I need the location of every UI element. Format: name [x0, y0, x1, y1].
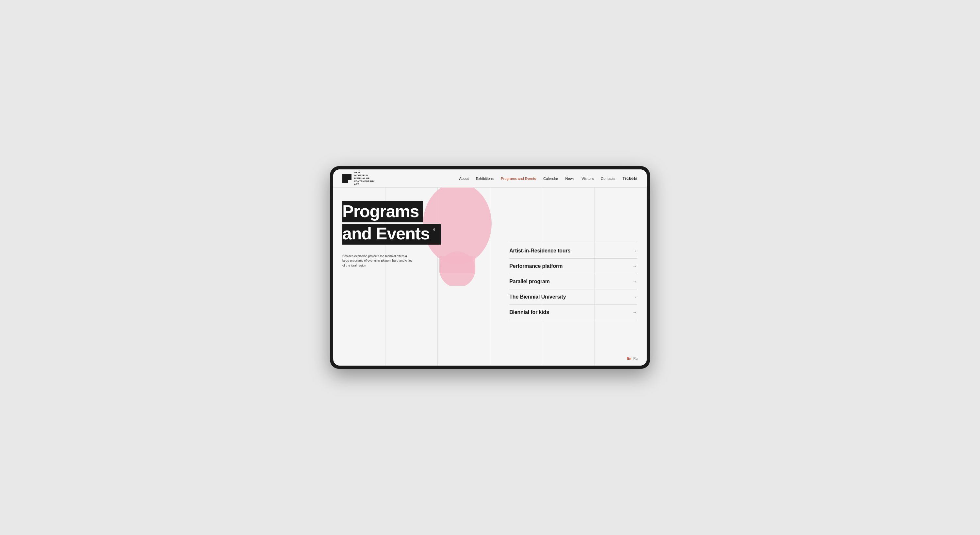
nav-programs-events[interactable]: Programs and Events [501, 177, 536, 180]
program-item-1[interactable]: Performance platform → [509, 259, 637, 274]
nav-visitors[interactable]: Visitors [582, 177, 594, 180]
arrow-icon-3: → [632, 294, 637, 300]
nav-links: About Exhibitions Programs and Events Ca… [459, 176, 638, 181]
program-name-2: Parallel program [509, 279, 550, 284]
program-item-3[interactable]: The Biennial University → [509, 289, 637, 305]
page-title-line1: Programs [342, 202, 419, 221]
lang-ru[interactable]: Ru [633, 357, 638, 360]
title-line1-block: Programs [342, 201, 423, 222]
program-name-4: Biennial for kids [509, 309, 549, 315]
language-switcher: En Ru [627, 357, 638, 360]
program-item-2[interactable]: Parallel program → [509, 274, 637, 289]
page-title-line2: and Events [342, 224, 430, 243]
nav-about[interactable]: About [459, 177, 469, 180]
program-name-1: Performance platform [509, 263, 563, 269]
logo[interactable]: URAL INDUSTRIAL BIENNIAL OF CONTEMPORARY… [342, 171, 375, 186]
lang-en[interactable]: En [627, 357, 632, 360]
navbar: URAL INDUSTRIAL BIENNIAL OF CONTEMPORARY… [333, 169, 647, 188]
arrow-icon-4: → [632, 310, 637, 315]
device-frame: URAL INDUSTRIAL BIENNIAL OF CONTEMPORARY… [330, 166, 650, 369]
arrow-icon-1: → [632, 264, 637, 269]
nav-news[interactable]: News [565, 177, 574, 180]
nav-calendar[interactable]: Calendar [543, 177, 558, 180]
title-line2-block: and Events4 [342, 224, 441, 244]
page-description: Besides exhibition projects the biennial… [342, 254, 414, 268]
program-list: Artist-in-Residence tours → Performance … [509, 243, 637, 320]
program-name-3: The Biennial University [509, 294, 566, 300]
program-name-0: Artist-in-Residence tours [509, 248, 570, 254]
arrow-icon-0: → [632, 248, 637, 254]
main-content: Programs and Events4 Besides exhibition … [333, 188, 647, 366]
nav-contacts[interactable]: Contacts [601, 177, 615, 180]
program-count-badge: 4 [431, 226, 437, 233]
logo-text: URAL INDUSTRIAL BIENNIAL OF CONTEMPORARY… [354, 171, 375, 186]
right-section: Artist-in-Residence tours → Performance … [496, 188, 647, 366]
nav-exhibitions[interactable]: Exhibitions [476, 177, 493, 180]
logo-icon [342, 174, 352, 183]
left-section: Programs and Events4 Besides exhibition … [333, 188, 496, 366]
nav-tickets[interactable]: Tickets [623, 176, 638, 181]
title-wrapper: Programs and Events4 [342, 201, 487, 244]
program-item-0[interactable]: Artist-in-Residence tours → [509, 243, 637, 259]
program-item-4[interactable]: Biennial for kids → [509, 305, 637, 320]
arrow-icon-2: → [632, 279, 637, 284]
screen: URAL INDUSTRIAL BIENNIAL OF CONTEMPORARY… [333, 169, 647, 366]
